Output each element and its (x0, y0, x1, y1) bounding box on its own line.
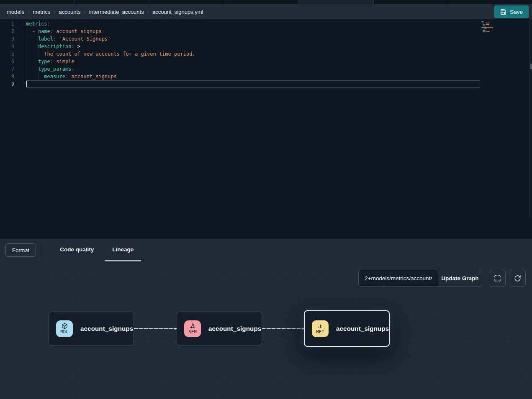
lineage-node[interactable]: MDLaccount_signups (49, 312, 134, 345)
indent-guide (32, 58, 32, 65)
update-graph-button[interactable]: Update Graph (438, 270, 482, 286)
lineage-canvas[interactable]: Update Graph MDLaccount_signupsSEMaccoun… (0, 261, 532, 399)
minimap-token (483, 21, 484, 22)
code-line[interactable]: 6 type: simple (0, 58, 532, 65)
minimap-token (483, 28, 483, 29)
file-tab[interactable] (374, 0, 449, 4)
code-line[interactable]: 5 The count of new accounts for a given … (0, 50, 532, 58)
code-line[interactable]: 1metrics: (0, 20, 532, 28)
minimap-token (483, 26, 485, 26)
refresh-icon (514, 275, 521, 282)
chevron-right-icon: › (54, 9, 55, 15)
code-line-content: type: simple (26, 58, 532, 65)
minimap-line (481, 28, 507, 29)
code-token: label (38, 36, 53, 42)
node-label: account_signups (208, 325, 261, 332)
line-number: 9 (0, 80, 14, 88)
indent-guide (38, 73, 39, 80)
indent-guide (26, 58, 26, 65)
file-tab[interactable] (0, 0, 75, 4)
line-number: 6 (0, 58, 14, 65)
code-line-content: metrics: (26, 20, 532, 28)
current-line-highlight (26, 80, 480, 88)
model-cube-badge: MDL (56, 320, 73, 337)
code-token (75, 43, 77, 49)
code-token: type_params (38, 66, 71, 72)
semantic-network-icon (190, 323, 196, 329)
minimap-token (485, 28, 486, 29)
breadcrumb-item[interactable]: intermediate_accounts (89, 9, 144, 15)
code-token: type (38, 59, 50, 64)
refresh-button[interactable] (509, 270, 526, 286)
breadcrumb-item[interactable]: account_signups.yml (152, 9, 203, 15)
code-line-content: description: > (26, 43, 532, 50)
code-line-content: label: 'Account Signups' (26, 35, 532, 43)
code-line[interactable]: 4 description: > (0, 43, 532, 50)
panel-divider (42, 242, 42, 258)
save-button[interactable]: Save (494, 5, 529, 18)
code-line-content: - name: account_signups (26, 28, 532, 35)
code-token: simple (53, 59, 75, 64)
line-number: 8 (0, 73, 14, 80)
code-token: account_signups (53, 28, 102, 34)
lineage-node[interactable]: SEMaccount_signups (177, 312, 262, 345)
editor-scrollbar[interactable] (529, 19, 532, 217)
minimap-token (486, 30, 486, 31)
code-line[interactable]: 8 measure: account_signups (0, 73, 532, 80)
fullscreen-button[interactable] (489, 270, 506, 286)
file-tab[interactable] (224, 0, 299, 4)
line-number: 2 (0, 28, 14, 35)
model-cube-icon (62, 323, 68, 329)
indent-guide (32, 50, 32, 58)
code-line[interactable]: 9 (0, 80, 532, 88)
file-tab[interactable] (149, 0, 224, 4)
format-button[interactable]: Format (5, 243, 36, 257)
tab-code-quality[interactable]: Code quality (52, 239, 101, 261)
indent-guide (26, 43, 26, 50)
breadcrumb-item[interactable]: models (7, 9, 24, 15)
code-token: account_signups (68, 74, 117, 79)
code-line[interactable]: 3 label: 'Account Signups' (0, 35, 532, 43)
metric-barchart-badge: MET (312, 320, 329, 337)
minimap-token (483, 23, 484, 23)
chevron-right-icon: › (147, 9, 149, 15)
file-tab[interactable] (448, 0, 532, 4)
save-button-label: Save (510, 9, 523, 15)
indent-guide (26, 35, 26, 43)
indent-guide (32, 65, 32, 73)
file-tab[interactable] (75, 0, 150, 4)
indent-guide (26, 50, 26, 58)
tab-lineage[interactable]: Lineage (105, 239, 141, 261)
minimap-token (486, 23, 489, 23)
breadcrumb-bar: models›metrics›accounts›intermediate_acc… (0, 4, 532, 19)
code-token: > (77, 43, 80, 49)
breadcrumb-item[interactable]: metrics (33, 9, 50, 15)
code-editor[interactable]: 1metrics:2 - name: account_signups3 labe… (0, 19, 532, 239)
badge-type-label: MET (316, 329, 324, 334)
minimap-token (485, 23, 486, 23)
breadcrumb-item[interactable]: accounts (59, 9, 81, 15)
semantic-network-badge: SEM (184, 320, 201, 337)
minimap-token (484, 24, 485, 25)
minimap-line (481, 21, 507, 22)
file-tab-active[interactable] (299, 0, 374, 4)
lineage-selector-group: Update Graph (358, 270, 482, 286)
badge-type-label: SEM (189, 329, 197, 334)
bottom-panel-header: Format Code qualityLineage (0, 239, 532, 261)
code-line[interactable]: 2 - name: account_signups (0, 28, 532, 35)
code-token: : (50, 59, 53, 64)
indent-guide (32, 43, 32, 50)
minimap-token (483, 24, 484, 25)
lineage-node[interactable]: METaccount_signups (304, 310, 390, 347)
code-line[interactable]: 7 type_params: (0, 65, 532, 73)
code-token: measure (44, 74, 65, 79)
node-label: account_signups (336, 325, 389, 332)
minimap[interactable] (481, 21, 507, 37)
scrollbar-thumb[interactable] (530, 64, 532, 69)
minimap-line (481, 33, 507, 34)
lineage-selector-input[interactable] (359, 270, 438, 286)
panel-tabs: Code qualityLineage (51, 239, 143, 261)
minimap-line (481, 27, 507, 28)
code-token (26, 28, 32, 34)
minimap-token (481, 27, 493, 28)
